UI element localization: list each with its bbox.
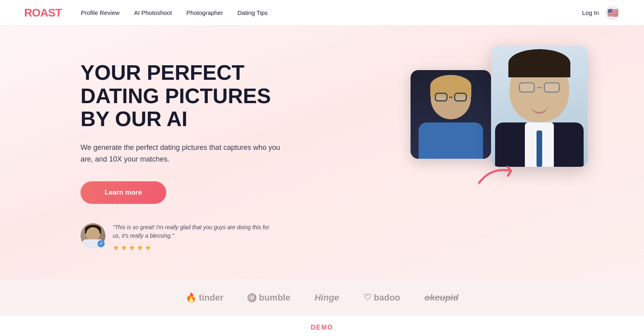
partner-tinder: 🔥 tinder xyxy=(186,292,223,303)
hero-subtitle: We generate the perfect dating pictures … xyxy=(80,142,282,165)
partners-bar: 🔥 tinder ⊙ bumble Hinge ♡ badoo okcupid xyxy=(0,280,644,316)
star-5: ★ xyxy=(145,243,151,252)
nav-item-profile-review[interactable]: Profile Review xyxy=(81,9,120,17)
nav-links: Profile Review AI Photoshoot Photographe… xyxy=(81,9,582,17)
verified-badge: ✓ xyxy=(97,240,105,247)
brand-logo[interactable]: ROAST xyxy=(24,6,62,19)
hero-content: YOUR PERFECT DATING PICTURES BY OUR AI W… xyxy=(0,26,644,280)
nav-link-dating-tips[interactable]: Dating Tips xyxy=(237,9,268,16)
partner-hinge: Hinge xyxy=(314,292,339,303)
before-photo xyxy=(411,70,491,159)
hinge-label: Hinge xyxy=(314,292,339,303)
badoo-label: badoo xyxy=(374,292,400,303)
nav-link-ai-photoshoot[interactable]: AI Photoshoot xyxy=(134,9,172,16)
partner-okcupid: okcupid xyxy=(425,292,458,303)
demo-section: DEMO xyxy=(0,316,644,336)
badoo-icon: ♡ xyxy=(363,292,372,303)
bumble-label: bumble xyxy=(259,292,290,303)
nav-item-photographer[interactable]: Photographer xyxy=(186,9,223,17)
before-person xyxy=(411,70,491,159)
hero-section: YOUR PERFECT DATING PICTURES BY OUR AI W… xyxy=(0,26,644,316)
partner-bumble: ⊙ bumble xyxy=(248,292,290,303)
nav-item-ai-photoshoot[interactable]: AI Photoshoot xyxy=(134,9,172,17)
tinder-label: tinder xyxy=(199,292,223,303)
nav-link-profile-review[interactable]: Profile Review xyxy=(81,9,120,16)
testimonial: ✓ "This is so great! I'm really glad tha… xyxy=(80,223,274,252)
okcupid-label: okcupid xyxy=(425,292,458,303)
hero-text: YOUR PERFECT DATING PICTURES BY OUR AI W… xyxy=(80,61,314,252)
testimonial-quote: "This is so great! I'm really glad that … xyxy=(113,223,274,240)
navbar: ROAST Profile Review AI Photoshoot Photo… xyxy=(0,0,644,26)
hero-title-line1: YOUR PERFECT DATING PICTURES xyxy=(80,61,271,107)
learn-more-button[interactable]: Learn more xyxy=(80,181,166,204)
star-1: ★ xyxy=(113,243,119,252)
star-2: ★ xyxy=(121,243,127,252)
demo-label: DEMO xyxy=(311,324,333,331)
tinder-icon: 🔥 xyxy=(186,292,196,303)
partner-badoo: ♡ badoo xyxy=(363,292,400,303)
nav-link-photographer[interactable]: Photographer xyxy=(186,9,223,16)
transformation-arrow xyxy=(475,159,523,191)
bumble-icon: ⊙ xyxy=(248,293,256,302)
avatar-face xyxy=(86,227,100,241)
login-button[interactable]: Log In xyxy=(582,9,599,16)
star-4: ★ xyxy=(137,243,143,252)
testimonial-content: "This is so great! I'm really glad that … xyxy=(113,223,274,252)
star-rating: ★ ★ ★ ★ ★ xyxy=(113,243,274,252)
hero-title-line2: BY OUR AI xyxy=(80,107,188,131)
language-selector[interactable]: 🇺🇸 xyxy=(605,6,620,20)
nav-item-dating-tips[interactable]: Dating Tips xyxy=(237,9,268,17)
star-3: ★ xyxy=(129,243,135,252)
nav-right: Log In 🇺🇸 xyxy=(582,6,620,20)
avatar-wrap: ✓ xyxy=(80,223,105,248)
after-photo xyxy=(491,46,588,167)
hero-title: YOUR PERFECT DATING PICTURES BY OUR AI xyxy=(80,61,314,131)
hero-images xyxy=(411,46,588,215)
